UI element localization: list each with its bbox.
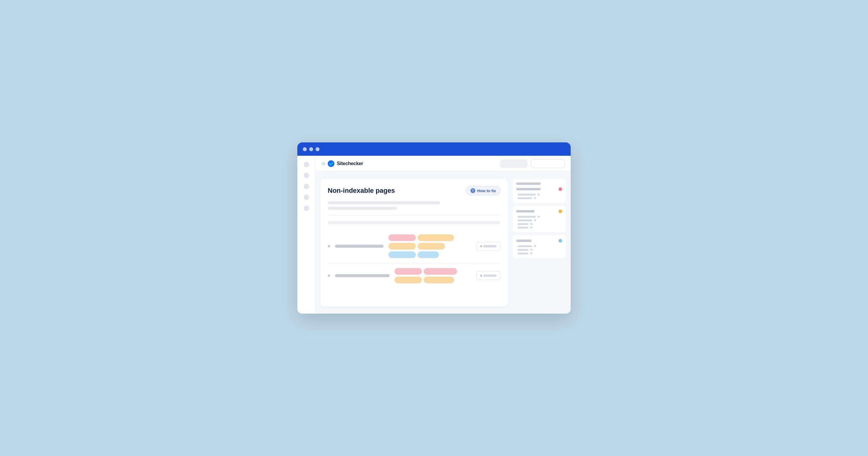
panel-sub-bar	[518, 197, 532, 199]
panel-sub-bar	[518, 249, 528, 251]
filter-bar	[328, 221, 500, 224]
row-indicator	[328, 274, 330, 277]
traffic-light-close[interactable]	[303, 147, 307, 151]
panel-sub-row	[518, 219, 562, 221]
panel-row	[516, 183, 562, 185]
table-row	[328, 263, 500, 288]
panel-sub-row	[518, 245, 562, 247]
panel-mini-dot	[534, 219, 536, 221]
panel-sub-rows	[516, 216, 562, 229]
tag-pink-1	[389, 234, 416, 241]
panel-mini-dot	[530, 226, 532, 229]
browser-titlebar	[297, 142, 571, 156]
traffic-light-minimize[interactable]	[309, 147, 313, 151]
panel-mini-dot	[530, 249, 532, 251]
browser-content: Sitechecker Non-indexable pages ? How to…	[297, 156, 571, 314]
panel-sub-bar	[518, 220, 532, 221]
sidebar-nav-item-4[interactable]	[304, 195, 309, 200]
tag-blue-2	[417, 251, 439, 258]
divider-1	[328, 215, 500, 216]
panel-mini-dot	[537, 193, 540, 196]
panel-sub-row	[518, 252, 562, 254]
panel-sub-bar	[518, 194, 536, 196]
sidebar	[297, 156, 315, 314]
panel-row	[516, 209, 562, 213]
panel-section-2	[513, 206, 566, 232]
tag-orange-2	[389, 243, 416, 250]
tag-orange-5	[424, 276, 454, 283]
panel-mini-dot	[530, 223, 532, 225]
traffic-light-maximize[interactable]	[315, 147, 319, 151]
panel-sub-row	[518, 226, 562, 229]
tag-blue-1	[389, 251, 416, 258]
top-bar-button-2[interactable]	[531, 159, 565, 168]
question-icon: ?	[470, 188, 475, 193]
panel-section-3	[513, 235, 566, 258]
card-header: Non-indexable pages ? How to fix	[328, 186, 500, 195]
tag-orange-4	[395, 276, 422, 283]
panel-sub-bar	[518, 253, 528, 254]
tag-orange-3	[417, 243, 445, 250]
panel-mini-dot	[530, 252, 532, 254]
table-row	[328, 230, 500, 263]
action-label-bar	[483, 274, 497, 277]
panel-sub-row	[518, 197, 562, 199]
panel-sub-bar	[518, 227, 528, 229]
panel-status-dot-blue	[559, 239, 562, 242]
row-indicator	[328, 245, 330, 248]
panel-section-1	[513, 179, 566, 203]
panel-bar	[516, 188, 540, 190]
sidebar-nav-item-1[interactable]	[304, 162, 309, 167]
row-action-button-2[interactable]	[476, 271, 500, 280]
card-title: Non-indexable pages	[328, 187, 395, 195]
row-url	[335, 274, 390, 277]
svg-point-0	[328, 160, 334, 167]
tag-pink-3	[395, 268, 422, 275]
desc-bar-1	[328, 201, 440, 204]
panel-mini-dot	[537, 216, 540, 218]
sidebar-nav-item-5[interactable]	[304, 205, 309, 211]
how-to-fix-label: How to fix	[477, 189, 496, 193]
action-dot	[480, 275, 482, 276]
main-area: Sitechecker Non-indexable pages ? How to…	[315, 156, 571, 314]
panel-bar	[516, 239, 531, 242]
right-panel	[513, 179, 566, 306]
panel-row	[516, 239, 562, 242]
tag-pink-4	[424, 268, 457, 275]
panel-status-dot-orange	[559, 209, 562, 213]
top-bar: Sitechecker	[315, 156, 571, 171]
top-bar-button-1[interactable]	[500, 159, 528, 168]
content-area: Non-indexable pages ? How to fix	[315, 171, 571, 314]
panel-status-dot-red	[559, 187, 562, 191]
browser-window: Sitechecker Non-indexable pages ? How to…	[297, 142, 571, 314]
panel-sub-bar	[518, 223, 528, 225]
sidebar-nav-item-2[interactable]	[304, 173, 309, 178]
row-tags	[389, 234, 471, 258]
panel-sub-row	[518, 249, 562, 251]
panel-bar	[516, 210, 534, 213]
panel-sub-rows	[516, 193, 562, 199]
panel-sub-row	[518, 223, 562, 225]
row-action-button-1[interactable]	[476, 242, 500, 251]
main-card: Non-indexable pages ? How to fix	[320, 179, 508, 306]
panel-sub-bar	[518, 245, 532, 247]
logo-icon	[328, 160, 334, 167]
panel-sub-rows	[516, 245, 562, 254]
how-to-fix-button[interactable]: ? How to fix	[466, 186, 500, 195]
tag-orange-1	[417, 234, 454, 241]
action-label-bar	[483, 245, 497, 248]
action-dot	[480, 245, 482, 247]
row-tags	[395, 268, 471, 283]
logo-circle	[322, 162, 325, 165]
panel-sub-row	[518, 216, 562, 218]
logo-text: Sitechecker	[337, 161, 363, 166]
logo-area: Sitechecker	[322, 160, 497, 167]
panel-row	[516, 187, 562, 191]
panel-mini-dot	[534, 245, 536, 247]
sidebar-nav-item-3[interactable]	[304, 184, 309, 189]
row-url	[335, 245, 383, 248]
panel-bar	[516, 183, 540, 185]
panel-mini-dot	[534, 197, 536, 199]
panel-sub-bar	[518, 216, 536, 218]
panel-sub-row	[518, 193, 562, 196]
